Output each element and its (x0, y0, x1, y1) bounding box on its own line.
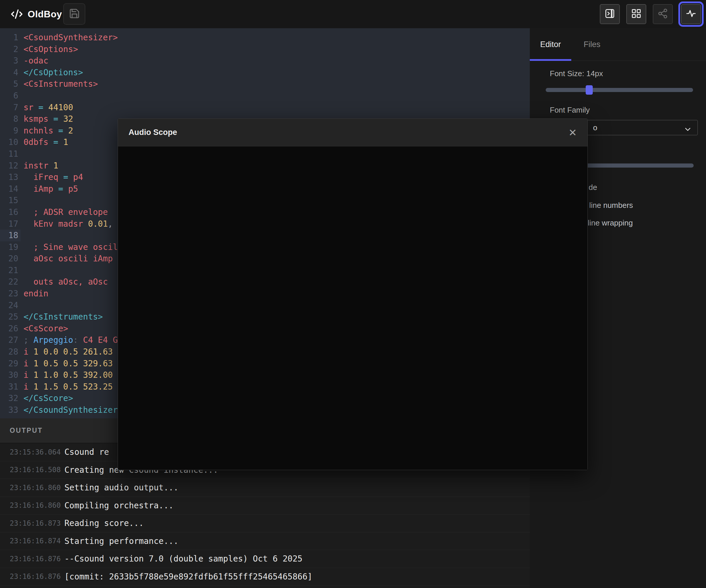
log-message: Starting performance... (65, 536, 179, 546)
active-tab-underline (530, 59, 571, 61)
tab-files[interactable]: Files (571, 28, 613, 60)
log-timestamp: 23:16:16.508 (0, 466, 65, 474)
code-line-text: iFreq = p4 (21, 171, 83, 183)
code-line-text: ; ADSR envelope (21, 206, 108, 218)
code-line-text: aOsc oscili iAmp (21, 253, 113, 265)
line-number: 10 (0, 136, 21, 148)
line-number: 28 (0, 346, 21, 358)
code-line-text: iAmp = p5 (21, 183, 78, 195)
log-timestamp: 23:16:16.860 (0, 484, 65, 492)
line-number: 33 (0, 404, 21, 416)
code-line-text: i 1 0.0 0.5 261.63 (21, 346, 113, 358)
line-number: 6 (0, 90, 21, 102)
audio-scope-modal: Audio Scope ✕ (118, 119, 588, 470)
line-number: 1 (0, 32, 21, 44)
font-size-label: Font Size: 14px (550, 69, 603, 78)
line-number: 22 (0, 276, 21, 288)
save-button[interactable] (63, 3, 85, 25)
code-line-text (21, 416, 24, 418)
line-number: 2 (0, 44, 21, 55)
chevron-down-icon (683, 124, 692, 138)
log-timestamp: 23:15:36.064 (0, 448, 65, 456)
code-line-text: </CsScore> (21, 392, 73, 404)
line-number: 32 (0, 392, 21, 404)
log-row: 23:16:16.873Reading score... (0, 514, 530, 533)
font-size-slider[interactable] (546, 88, 693, 92)
code-line-text: outs aOsc, aOsc (21, 276, 108, 288)
line-number: 30 (0, 369, 21, 381)
code-line-text: <CsoundSynthesizer> (21, 32, 118, 44)
code-line-text: sr = 44100 (21, 102, 73, 114)
line-number: 12 (0, 160, 21, 172)
log-message: Setting audio output... (65, 483, 179, 493)
share-button[interactable] (653, 4, 673, 24)
line-number: 8 (0, 113, 21, 125)
code-line-text: </CsoundSynthesizer (21, 404, 118, 416)
modal-header: Audio Scope ✕ (118, 119, 587, 146)
log-row: 23:16:16.876--Csound version 7.0 (double… (0, 550, 530, 568)
tab-editor[interactable]: Editor (530, 28, 571, 60)
line-number: 14 (0, 183, 21, 195)
log-row: 23:16:16.874Starting performance... (0, 533, 530, 550)
log-row: 23:16:16.876[commit: 2633b5f788e59e892fd… (0, 568, 530, 586)
audio-scope-button[interactable] (681, 4, 701, 24)
code-line-text: <CsOptions> (21, 44, 78, 55)
line-number: 15 (0, 195, 21, 206)
line-number: 21 (0, 265, 21, 276)
line-number: 4 (0, 67, 21, 79)
top-bar: OldBoy (0, 0, 706, 28)
share-icon (658, 8, 668, 20)
log-message: Reading score... (65, 518, 144, 528)
code-line-text: </CsInstruments> (21, 311, 103, 323)
checkbox-label-line-wrapping[interactable]: line wrapping (588, 218, 633, 227)
code-line-text: 0dbfs = 1 (21, 136, 68, 148)
output-title: OUTPUT (10, 427, 43, 434)
font-size-slider-thumb[interactable] (586, 85, 593, 95)
panel-right-button[interactable] (600, 4, 620, 24)
line-number: 31 (0, 381, 21, 393)
app-title: OldBoy (28, 9, 62, 20)
checkbox-label-fragment-mode[interactable]: de (589, 183, 597, 192)
line-number: 25 (0, 311, 21, 323)
line-number: 7 (0, 102, 21, 114)
code-line-text: -odac (21, 55, 48, 67)
code-line: 2<CsOptions> (0, 44, 530, 55)
line-number: 5 (0, 78, 21, 90)
code-line: 3-odac (0, 55, 530, 67)
code-line-text (21, 300, 24, 311)
sidebar-tabs: Editor Files (530, 28, 706, 61)
code-line: 6 (0, 90, 530, 102)
line-number: 29 (0, 358, 21, 370)
audio-scope-display (118, 147, 587, 470)
log-row: 23:16:16.860Compiling orchestra... (0, 497, 530, 515)
code-line-text: <CsScore> (21, 323, 68, 335)
code-line-text: kEnv madsr 0.01, (21, 218, 113, 230)
code-line-text (21, 195, 24, 206)
line-number: 27 (0, 334, 21, 346)
font-family-label: Font Family (550, 106, 590, 115)
close-icon[interactable]: ✕ (568, 128, 577, 138)
log-timestamp: 23:16:16.860 (0, 501, 65, 509)
line-number: 18 (0, 229, 21, 241)
line-number: 19 (0, 241, 21, 253)
modal-title: Audio Scope (128, 128, 177, 137)
log-timestamp: 23:16:16.874 (0, 537, 65, 545)
code-line: 1<CsoundSynthesizer> (0, 32, 530, 44)
line-number: 3 (0, 55, 21, 67)
font-family-value: o (593, 123, 597, 132)
code-line-text: nchnls = 2 (21, 125, 73, 137)
line-number: 11 (0, 148, 21, 160)
panel-right-icon (604, 8, 615, 20)
line-number: 23 (0, 288, 21, 300)
layout-grid-button[interactable] (626, 4, 646, 24)
code-line-text: i 1 0.5 0.5 329.63 (21, 358, 113, 370)
line-number: 17 (0, 218, 21, 230)
code-line-text: ; Sine wave oscil (21, 241, 118, 253)
line-number: 13 (0, 171, 21, 183)
code-line-text (21, 148, 24, 160)
log-message: Compiling orchestra... (65, 501, 173, 510)
code-line-text: ; Arpeggio: C4 E4 G (21, 334, 118, 346)
log-message: --Csound version 7.0 (double samples) Oc… (65, 554, 303, 563)
code-line-text (21, 265, 24, 276)
checkbox-label-line-numbers[interactable]: line numbers (589, 201, 633, 210)
